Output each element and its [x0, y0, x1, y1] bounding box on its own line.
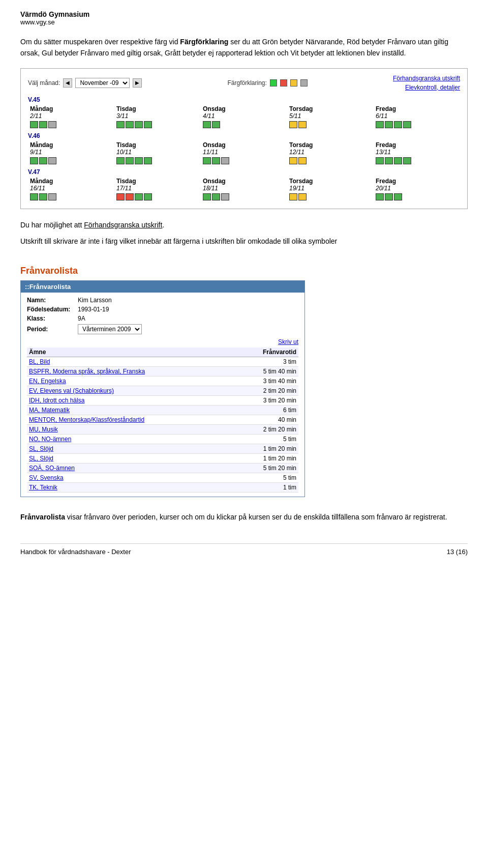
- fw-class-label: Klass:: [27, 315, 78, 322]
- middle-line1: Du har möjlighet att Förhandsgranska uts…: [20, 219, 468, 232]
- color-box: [30, 157, 38, 164]
- bottom-text: Frånvarolista visar frånvaro över period…: [20, 511, 468, 523]
- color-box: [289, 121, 297, 128]
- color-box: [394, 157, 402, 164]
- subject-link[interactable]: NO, NO-ämnen: [29, 436, 71, 443]
- fw-birth-row: Födelsedatum: 1993-01-19: [27, 306, 298, 313]
- subject-link[interactable]: EV, Elevens val (Schablonkurs): [29, 387, 114, 394]
- subject-cell: SL, Slöjd: [27, 444, 234, 454]
- time-cell: 1 tim 20 min: [234, 454, 298, 464]
- day-col: Fredag13/11: [374, 140, 460, 165]
- fw-period-label: Period:: [27, 326, 78, 333]
- time-cell: 1 tim: [234, 483, 298, 493]
- franvaro-widget-body: Namn: Kim Larsson Födelsedatum: 1993-01-…: [21, 293, 304, 497]
- day-date: 17/11: [116, 185, 199, 192]
- day-col: Fredag6/11: [374, 104, 460, 129]
- fw-period-select[interactable]: Vårterminen 2009: [78, 324, 142, 334]
- fw-period-row: Period: Vårterminen 2009: [27, 324, 298, 334]
- day-name: Tisdag: [116, 141, 199, 149]
- time-cell: 3 tim 20 min: [234, 396, 298, 406]
- days-grid: Måndag9/11Tisdag10/11Onsdag11/11Torsdag1…: [28, 140, 460, 165]
- table-row: EN, Engelska3 tim 40 min: [27, 377, 298, 386]
- color-box: [48, 157, 56, 164]
- cal-legend: Färgförklaring:: [227, 79, 307, 86]
- table-row: NO, NO-ämnen5 tim: [27, 435, 298, 444]
- day-name: Fredag: [376, 178, 458, 185]
- day-date: 12/11: [289, 149, 372, 156]
- subject-link[interactable]: EN, Engelska: [29, 378, 66, 385]
- fw-class-row: Klass: 9A: [27, 315, 298, 322]
- day-col: Tisdag10/11: [114, 140, 201, 165]
- day-boxes: [203, 121, 285, 128]
- day-date: 18/11: [203, 185, 285, 192]
- cal-month-selector: Välj månad: ◀ November -09 ▶: [28, 78, 142, 88]
- color-box: [116, 121, 125, 128]
- cal-month-select[interactable]: November -09: [75, 78, 130, 88]
- day-col: Måndag9/11: [28, 140, 114, 165]
- subject-link[interactable]: BL, Bild: [29, 358, 50, 365]
- table-row: MU, Musik2 tim 20 min: [27, 425, 298, 435]
- intro-bold-word: Färgförklaring: [180, 38, 228, 46]
- week-number: V.45: [28, 96, 460, 103]
- color-box: [30, 121, 38, 128]
- week-number: V.47: [28, 168, 460, 176]
- subject-link[interactable]: TK, Teknik: [29, 484, 57, 491]
- cal-detail-link[interactable]: Elevkontroll, detaljer: [393, 83, 460, 92]
- subject-link[interactable]: SV, Svenska: [29, 474, 64, 481]
- subject-cell: IDH, Idrott och hälsa: [27, 396, 234, 406]
- table-row: SL, Slöjd1 tim 20 min: [27, 454, 298, 464]
- legend-red-box: [280, 79, 287, 86]
- table-row: TK, Teknik1 tim: [27, 483, 298, 493]
- color-box: [39, 157, 47, 164]
- day-date: 16/11: [30, 185, 112, 192]
- color-box: [221, 193, 229, 200]
- day-boxes: [116, 121, 199, 128]
- day-date: 19/11: [289, 185, 372, 192]
- day-col: Onsdag11/11: [201, 140, 287, 165]
- color-box: [298, 121, 307, 128]
- subject-link[interactable]: MA, Matematik: [29, 407, 70, 414]
- day-name: Måndag: [30, 105, 112, 112]
- cal-links: Förhandsgranska utskrift Elevkontroll, d…: [393, 74, 460, 92]
- legend-green-box: [270, 79, 277, 86]
- table-row: SV, Svenska5 tim: [27, 473, 298, 483]
- day-boxes: [376, 193, 458, 200]
- cal-next-btn[interactable]: ▶: [133, 78, 142, 88]
- day-date: 3/11: [116, 112, 199, 120]
- subject-cell: TK, Teknik: [27, 483, 234, 493]
- fw-birth-value: 1993-01-19: [78, 306, 109, 313]
- subject-link[interactable]: SL, Slöjd: [29, 445, 53, 452]
- day-name: Tisdag: [116, 105, 199, 112]
- fw-skrivut[interactable]: Skriv ut: [27, 338, 298, 345]
- preview-link[interactable]: Förhandsgranska utskrift: [84, 221, 162, 229]
- subject-cell: BSPFR, Moderna språk, språkval, Franska: [27, 367, 234, 377]
- color-box: [48, 121, 56, 128]
- subject-link[interactable]: MU, Musik: [29, 426, 58, 433]
- day-boxes: [289, 193, 372, 200]
- days-grid: Måndag16/11Tisdag17/11Onsdag18/11Torsdag…: [28, 177, 460, 201]
- cal-prev-btn[interactable]: ◀: [63, 78, 72, 88]
- color-box: [116, 193, 125, 200]
- subject-cell: MA, Matematik: [27, 406, 234, 415]
- bottom-bold: Frånvarolista: [20, 513, 65, 521]
- color-box: [116, 157, 125, 164]
- day-boxes: [203, 193, 285, 200]
- day-name: Torsdag: [289, 105, 372, 112]
- subject-link[interactable]: IDH, Idrott och hälsa: [29, 397, 84, 404]
- color-box: [126, 193, 134, 200]
- table-row: BL, Bild3 tim: [27, 357, 298, 367]
- cal-preview-link[interactable]: Förhandsgranska utskrift: [393, 74, 460, 83]
- day-name: Fredag: [376, 141, 458, 149]
- subject-link[interactable]: SOÄ, SO-ämnen: [29, 465, 75, 472]
- day-name: Onsdag: [203, 178, 285, 185]
- color-box: [376, 193, 384, 200]
- time-cell: 3 tim: [234, 357, 298, 367]
- subject-link[interactable]: BSPFR, Moderna språk, språkval, Franska: [29, 368, 145, 375]
- day-col: Måndag16/11: [28, 177, 114, 201]
- page-footer: Handbok för vårdnadshavare - Dexter 13 (…: [20, 543, 468, 556]
- subject-link[interactable]: SL, Slöjd: [29, 455, 53, 462]
- week-V.47: V.47Måndag16/11Tisdag17/11Onsdag18/11Tor…: [28, 168, 460, 201]
- site-url: www.vgy.se: [20, 18, 468, 26]
- day-boxes: [289, 157, 372, 164]
- subject-link[interactable]: MENTOR, Mentorskap/Klassföreståndartid: [29, 416, 144, 423]
